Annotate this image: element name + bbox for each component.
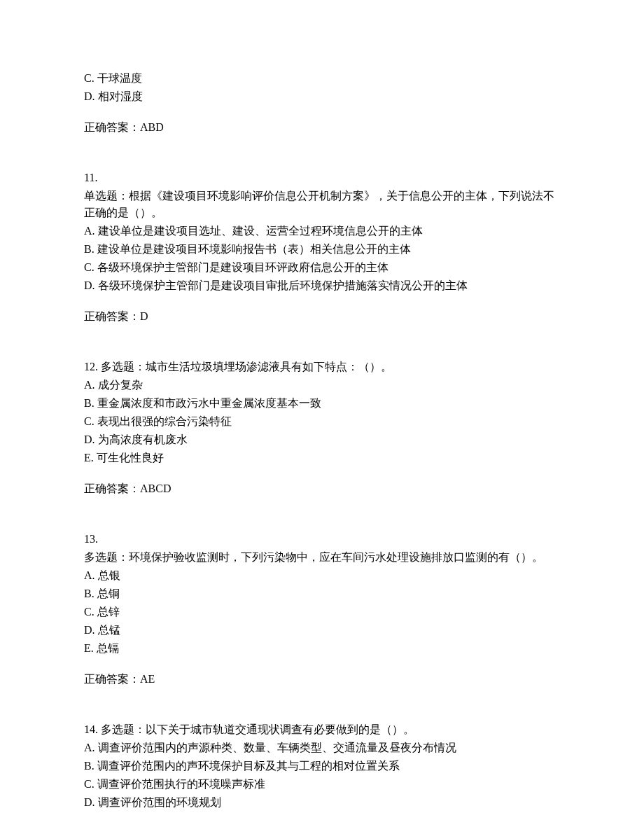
answer-label: 正确答案： [84, 673, 140, 685]
option-c: C. 总锌 [84, 604, 560, 620]
question-number: 14. [84, 723, 101, 735]
option-a: A. 建设单位是建设项目选址、建设、运营全过程环境信息公开的主体 [84, 223, 560, 239]
option-b: B. 调查评价范围内的声环境保护目标及其与工程的相对位置关系 [84, 758, 560, 774]
question-stem: 多选题：城市生活垃圾填埋场渗滤液具有如下特点：（）。 [101, 361, 392, 373]
question-stem: 多选题：环境保护验收监测时，下列污染物中，应在车间污水处理设施排放口监测的有（）… [84, 549, 560, 566]
option-d: D. 相对湿度 [84, 88, 560, 105]
option-d: D. 调查评价范围的环境规划 [84, 794, 560, 811]
question-number: 11. [84, 169, 560, 186]
answer-line: 正确答案：ABD [84, 119, 560, 136]
answer-value: D [140, 310, 148, 322]
option-d: D. 总锰 [84, 622, 560, 639]
answer-label: 正确答案： [84, 482, 140, 494]
question-stem: 单选题：根据《建设项目环境影响评价信息公开机制方案》，关于信息公开的主体，下列说… [84, 188, 560, 221]
option-b: B. 建设单位是建设项目环境影响报告书（表）相关信息公开的主体 [84, 241, 560, 258]
question-14: 14. 多选题：以下关于城市轨道交通现状调查有必要做到的是（）。 A. 调查评价… [84, 721, 560, 811]
option-b: B. 总铜 [84, 585, 560, 602]
answer-line: 正确答案：AE [84, 671, 560, 688]
option-a: A. 成分复杂 [84, 377, 560, 394]
question-stem: 多选题：以下关于城市轨道交通现状调查有必要做到的是（）。 [101, 723, 414, 735]
option-c: C. 各级环境保护主管部门是建设项目环评政府信息公开的主体 [84, 259, 560, 276]
option-c: C. 干球温度 [84, 70, 560, 87]
answer-value: ABD [140, 121, 164, 133]
question-number: 12. [84, 361, 101, 373]
question-stem-line: 12. 多选题：城市生活垃圾填埋场渗滤液具有如下特点：（）。 [84, 359, 560, 375]
question-number: 13. [84, 531, 560, 548]
question-12: 12. 多选题：城市生活垃圾填埋场渗滤液具有如下特点：（）。 A. 成分复杂 B… [84, 359, 560, 497]
option-e: E. 总镉 [84, 640, 560, 657]
question-10-partial: C. 干球温度 D. 相对湿度 正确答案：ABD [84, 70, 560, 136]
answer-line: 正确答案：D [84, 308, 560, 325]
option-d: D. 为高浓度有机废水 [84, 431, 560, 448]
option-a: A. 调查评价范围内的声源种类、数量、车辆类型、交通流量及昼夜分布情况 [84, 739, 560, 756]
option-c: C. 调查评价范围执行的环境噪声标准 [84, 776, 560, 793]
answer-label: 正确答案： [84, 310, 140, 322]
option-e: E. 可生化性良好 [84, 450, 560, 466]
question-11: 11. 单选题：根据《建设项目环境影响评价信息公开机制方案》，关于信息公开的主体… [84, 169, 560, 325]
answer-value: AE [140, 673, 155, 685]
option-c: C. 表现出很强的综合污染特征 [84, 413, 560, 430]
option-a: A. 总银 [84, 567, 560, 584]
answer-label: 正确答案： [84, 121, 140, 133]
question-stem-line: 14. 多选题：以下关于城市轨道交通现状调查有必要做到的是（）。 [84, 721, 560, 738]
option-d: D. 各级环境保护主管部门是建设项目审批后环境保护措施落实情况公开的主体 [84, 277, 560, 294]
option-b: B. 重金属浓度和市政污水中重金属浓度基本一致 [84, 395, 560, 412]
question-13: 13. 多选题：环境保护验收监测时，下列污染物中，应在车间污水处理设施排放口监测… [84, 531, 560, 688]
answer-value: ABCD [140, 482, 171, 494]
answer-line: 正确答案：ABCD [84, 480, 560, 497]
